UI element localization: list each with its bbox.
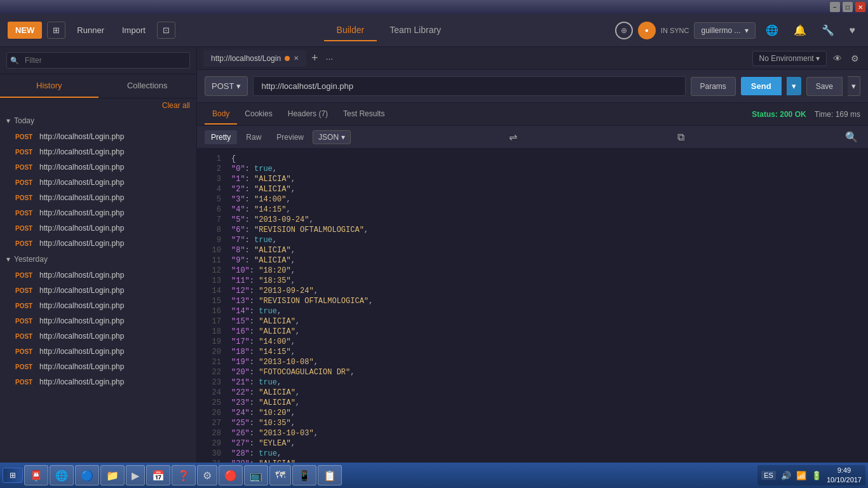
json-line: 8"6": "REVISION OFTALMOLOGICA",	[197, 225, 868, 235]
close-tab-icon[interactable]: ✕	[294, 55, 299, 62]
network-icon[interactable]: 📶	[796, 471, 806, 480]
taskbar-app-chrome[interactable]: 🌐	[50, 465, 74, 485]
globe-icon[interactable]: 🌐	[761, 22, 783, 39]
taskbar-app-clipboard[interactable]: 📋	[318, 465, 342, 485]
list-item[interactable]: POSThttp://localhost/Login.php	[0, 190, 196, 205]
tab-headers[interactable]: Headers (7)	[280, 104, 336, 125]
taskbar-app-xampp[interactable]: ⚙	[197, 465, 217, 485]
save-button[interactable]: Save	[806, 77, 843, 96]
taskbar-app-postman[interactable]: 📮	[24, 465, 48, 485]
fmt-preview[interactable]: Preview	[270, 130, 310, 144]
json-line: 11"9": "ALICIA",	[197, 255, 868, 266]
import-button[interactable]: Import	[116, 22, 152, 38]
status-code: Status: 200 OK	[752, 110, 806, 119]
heart-icon[interactable]: ♥	[844, 22, 861, 39]
list-item[interactable]: POSThttp://localhost/Login.php	[0, 175, 196, 190]
wrap-icon[interactable]: ⇌	[506, 130, 520, 144]
taskbar-app-wamp[interactable]: 🔴	[219, 465, 243, 485]
tab-cookies[interactable]: Cookies	[237, 104, 280, 125]
layout-button[interactable]: ⊞	[47, 22, 65, 39]
list-item[interactable]: POSThttp://localhost/Login.php	[0, 313, 196, 329]
method-selector[interactable]: POST ▾	[205, 76, 248, 96]
response-status: Status: 200 OK Time: 169 ms	[752, 110, 860, 119]
list-item[interactable]: POSThttp://localhost/Login.php	[0, 220, 196, 236]
list-item[interactable]: POSThttp://localhost/Login.php	[0, 298, 196, 313]
env-eye-button[interactable]: 👁	[831, 52, 844, 65]
list-item[interactable]: POSThttp://localhost/Login.php	[0, 344, 196, 359]
postman-taskbar-icon: 📮	[30, 470, 43, 482]
json-line: 4"2": "ALICIA",	[197, 184, 868, 194]
tab-history[interactable]: History	[0, 74, 98, 98]
taskbar-app-files[interactable]: 📁	[100, 465, 125, 485]
params-button[interactable]: Params	[691, 77, 736, 96]
line-number: 13	[202, 276, 221, 285]
taskbar-app-question[interactable]: ❓	[172, 465, 196, 485]
tab-collections[interactable]: Collections	[98, 74, 197, 98]
bell-icon[interactable]: 🔔	[789, 22, 811, 39]
minimize-button[interactable]: −	[830, 2, 840, 12]
maximize-button[interactable]: □	[843, 2, 853, 12]
line-number: 24	[202, 388, 221, 397]
list-item[interactable]: POSThttp://localhost/Login.php	[0, 283, 196, 298]
taskbar-app-map[interactable]: 🗺	[269, 465, 291, 485]
add-tab-button[interactable]: +	[309, 51, 321, 65]
new-button[interactable]: NEW	[8, 22, 42, 39]
today-group-header[interactable]: ▾ Today	[0, 112, 196, 129]
list-item[interactable]: POSThttp://localhost/Login.php	[0, 159, 196, 175]
tab-builder[interactable]: Builder	[324, 20, 377, 41]
line-number: 4	[202, 185, 221, 194]
taskbar-app-calendar[interactable]: 📅	[146, 465, 170, 485]
env-dropdown[interactable]: No Environment ▾	[752, 51, 827, 66]
method-label: POST	[212, 81, 234, 91]
more-tabs-button[interactable]: ···	[323, 53, 336, 64]
line-number: 3	[202, 175, 221, 184]
yesterday-group-header[interactable]: ▾ Yesterday	[0, 251, 196, 268]
battery-icon[interactable]: 🔋	[811, 471, 822, 480]
line-content: "20": "FOTOCOAGULACION DR",	[231, 368, 355, 377]
save-dropdown-button[interactable]: ▾	[848, 76, 860, 96]
clear-all-button[interactable]: Clear all	[162, 101, 190, 110]
copy-icon[interactable]: ⧉	[675, 130, 687, 144]
runner-button[interactable]: Runner	[71, 22, 111, 38]
question-icon: ❓	[177, 470, 190, 482]
list-item[interactable]: POSThttp://localhost/Login.php	[0, 374, 196, 390]
list-item[interactable]: POSThttp://localhost/Login.php	[0, 236, 196, 251]
list-item[interactable]: POSThttp://localhost/Login.php	[0, 129, 196, 144]
method-badge: POST	[15, 272, 34, 279]
search-response-icon[interactable]: 🔍	[843, 130, 860, 144]
line-number: 26	[202, 409, 221, 417]
tab-team-library[interactable]: Team Library	[377, 20, 454, 41]
url-input[interactable]	[253, 76, 685, 96]
list-item[interactable]: POSThttp://localhost/Login.php	[0, 205, 196, 220]
wrench-icon[interactable]: 🔧	[817, 22, 839, 39]
list-item[interactable]: POSThttp://localhost/Login.php	[0, 329, 196, 344]
layout2-button[interactable]: ⊡	[157, 22, 175, 39]
taskbar-app-media[interactable]: ▶	[126, 465, 145, 485]
start-button[interactable]: ⊞	[3, 468, 23, 483]
taskbar-app-ie[interactable]: 🔵	[75, 465, 99, 485]
fmt-pretty[interactable]: Pretty	[205, 130, 237, 144]
close-button[interactable]: ✕	[855, 2, 865, 12]
env-settings-button[interactable]: ⚙	[848, 52, 862, 65]
method-badge: POST	[15, 194, 34, 201]
format-selector[interactable]: JSON ▾	[313, 130, 351, 144]
list-item[interactable]: POSThttp://localhost/Login.php	[0, 268, 196, 283]
active-request-tab[interactable]: http://localhost/Login ✕	[203, 50, 306, 67]
tab-test-results[interactable]: Test Results	[336, 104, 392, 125]
history-url: http://localhost/Login.php	[39, 377, 124, 386]
list-item[interactable]: POSThttp://localhost/Login.php	[0, 359, 196, 374]
sync-label: IN SYNC	[661, 27, 689, 34]
user-dropdown[interactable]: guillermo ... ▾	[694, 22, 755, 39]
volume-icon[interactable]: 🔊	[781, 471, 791, 480]
taskbar-app-dev[interactable]: 📺	[244, 465, 268, 485]
fmt-raw[interactable]: Raw	[240, 130, 268, 144]
send-button[interactable]: Send	[741, 77, 782, 95]
taskbar-app-mobile[interactable]: 📱	[292, 465, 316, 485]
language-badge[interactable]: ES	[761, 471, 776, 480]
json-viewer[interactable]: 1{2"0": true,3"1": "ALICIA",4"2": "ALICI…	[197, 149, 868, 463]
tab-body[interactable]: Body	[205, 104, 237, 125]
filter-input[interactable]	[6, 52, 190, 69]
list-item[interactable]: POSThttp://localhost/Login.php	[0, 144, 196, 159]
taskbar-clock[interactable]: 9:49 10/10/2017	[827, 466, 862, 485]
send-dropdown-button[interactable]: ▾	[787, 77, 801, 95]
